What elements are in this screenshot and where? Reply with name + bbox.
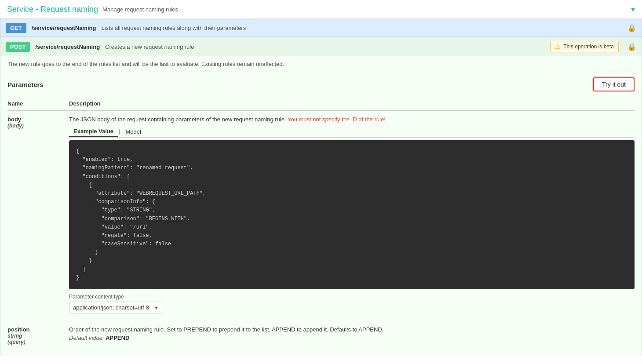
parameters-header-row: Parameters Try it out	[7, 77, 635, 91]
warning-icon: ⚠	[555, 43, 561, 50]
example-tabs: Example Value | Model	[69, 126, 635, 138]
param-description: The JSON body of the request containing …	[69, 116, 635, 123]
page-title: Service - Request naming	[7, 5, 98, 14]
get-lock-icon: 🔒	[627, 24, 636, 32]
post-endpoint-path: /service/requestNaming	[35, 44, 100, 50]
param-name-cell: body (body)	[7, 111, 69, 319]
position-param-type1: string	[7, 333, 69, 339]
position-default-value: Default value: APPEND	[69, 335, 635, 341]
model-tab[interactable]: Model	[121, 126, 145, 137]
position-param-desc-cell: Order of the new request naming rule. Se…	[69, 319, 635, 351]
get-endpoint-path: /service/requestNaming	[32, 25, 96, 31]
post-section: POST /service/requestNaming Creates a ne…	[0, 37, 642, 356]
position-param-name: position	[7, 326, 69, 333]
parameters-title: Parameters	[7, 81, 44, 88]
chevron-down-icon[interactable]: ▾	[631, 4, 635, 14]
page-header: Service - Request naming Manage request …	[0, 0, 642, 19]
example-value-tab[interactable]: Example Value	[69, 126, 118, 137]
post-endpoint-description: Creates a new request naming rule	[105, 44, 194, 50]
parameters-table: Name Description body (body) The JSON bo…	[7, 97, 635, 350]
parameters-section: Parameters Try it out Name Description b…	[0, 72, 642, 356]
get-method-badge: GET	[6, 23, 26, 33]
get-endpoint-bar[interactable]: GET /service/requestNaming Lists all req…	[0, 19, 642, 37]
post-method-badge: POST	[6, 42, 30, 52]
table-row: position string (query) Order of the new…	[7, 319, 635, 351]
post-lock-icon: 🔒	[627, 43, 636, 51]
get-endpoint-description: Lists all request naming rules along wit…	[101, 25, 246, 31]
param-type: (body)	[7, 123, 69, 129]
param-desc-cell: The JSON body of the request containing …	[69, 111, 635, 319]
content-type-label: Parameter content type	[69, 294, 635, 300]
code-content: { "enabled": true, "namingPattern": "ren…	[76, 148, 206, 281]
position-description: Order of the new request naming rule. Se…	[69, 326, 635, 333]
position-param-name-cell: position string (query)	[7, 319, 69, 351]
try-it-out-button[interactable]: Try it out	[593, 77, 635, 91]
page-header-left: Service - Request naming Manage request …	[7, 5, 178, 14]
code-block: { "enabled": true, "namingPattern": "ren…	[69, 140, 635, 289]
param-name: body	[7, 116, 69, 123]
beta-badge: ⚠ This operation is beta	[550, 41, 619, 52]
post-endpoint-bar[interactable]: POST /service/requestNaming Creates a ne…	[0, 37, 642, 56]
table-row: body (body) The JSON body of the request…	[7, 111, 635, 319]
content-type-select-wrapper[interactable]: application/json; charset=utf-8	[69, 302, 162, 313]
page-subtitle: Manage request naming rules	[102, 6, 178, 13]
post-info-text: The new rule goes to the end of the rule…	[0, 56, 642, 72]
col-name-header: Name	[7, 97, 69, 111]
beta-label: This operation is beta	[563, 44, 614, 50]
content-type-select[interactable]: application/json; charset=utf-8	[69, 302, 162, 313]
position-param-type2: (query)	[7, 339, 69, 345]
col-desc-header: Description	[69, 97, 635, 111]
